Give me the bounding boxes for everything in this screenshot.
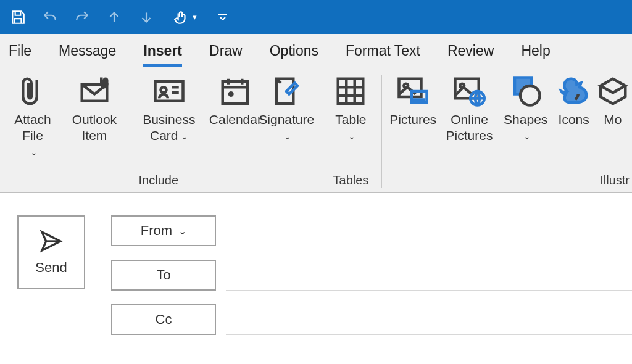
svg-rect-6 [223,81,248,104]
group-separator [381,75,382,188]
calendar-icon [218,75,252,108]
outlook-item-button[interactable]: Outlook Item [63,75,126,144]
chevron-down-icon: ⌄ [348,131,356,143]
arrow-down-icon [138,9,154,25]
business-card-button[interactable]: Business Card⌄ [130,75,209,144]
qat-overflow-button[interactable] [214,8,232,27]
table-button[interactable]: Table⌄ [328,75,373,144]
arrow-up-icon [106,9,122,25]
cc-button[interactable]: Cc [111,304,216,335]
title-bar: ▾ [0,0,632,34]
chevron-down-icon: ⌄ [284,131,291,143]
down-button[interactable] [137,8,156,27]
chevron-down-icon: ⌄ [178,225,186,237]
from-button[interactable]: From ⌄ [111,215,216,246]
to-field[interactable] [226,260,632,291]
chevron-down-icon: ⌄ [181,131,188,143]
send-button[interactable]: Send [17,215,85,289]
table-icon [334,75,367,108]
from-label: From [141,223,172,239]
save-icon [10,9,26,25]
envelope-clip-icon [78,75,111,108]
group-tables: Table⌄ Tables [322,71,379,192]
tab-review[interactable]: Review [447,43,494,63]
online-pictures-button[interactable]: Online Pictures [439,75,499,144]
cc-label: Cc [156,312,172,328]
shapes-icon [509,75,543,108]
from-field[interactable] [226,215,632,246]
signature-button[interactable]: Signature⌄ [262,75,311,144]
group-separator [320,75,320,188]
svg-point-10 [230,93,233,96]
signature-icon [270,75,303,108]
cube-icon [596,75,630,108]
undo-button[interactable] [41,8,59,27]
3d-models-button[interactable]: Mo [600,75,626,128]
send-label: Send [35,260,67,276]
attach-file-button[interactable]: Attach File⌄ [6,75,59,160]
shapes-button[interactable]: Shapes⌄ [504,75,548,144]
redo-button[interactable] [73,8,91,27]
pictures-button[interactable]: Pictures [391,75,435,128]
picture-icon [396,75,430,108]
svg-rect-11 [338,79,364,104]
group-label-illustrations: Illustr [385,171,632,192]
chevron-down-icon: ▾ [193,12,197,22]
group-include: Attach File⌄ Outlook Item Business Card⌄… [0,71,317,192]
compose-header: Send From ⌄ To Cc [0,193,632,335]
send-icon [39,229,64,254]
svg-point-3 [160,87,166,93]
tab-help[interactable]: Help [521,43,550,63]
tab-draw[interactable]: Draw [209,43,243,63]
chevron-down-icon: ⌄ [523,131,531,143]
tab-format-text[interactable]: Format Text [346,43,420,63]
calendar-button[interactable]: Calendar [212,75,259,128]
undo-icon [42,9,58,25]
tab-message[interactable]: Message [59,43,116,63]
ribbon: Attach File⌄ Outlook Item Business Card⌄… [0,71,632,193]
icons-button[interactable]: Icons [552,75,596,128]
group-label-include: Include [0,171,317,192]
group-illustrations: Pictures Online Pictures Shapes⌄ Icons M… [385,71,632,192]
svg-rect-19 [415,100,425,103]
to-label: To [156,267,170,283]
card-icon [152,75,186,108]
cc-field[interactable] [226,304,632,335]
group-label-tables: Tables [322,171,379,192]
to-button[interactable]: To [111,260,216,291]
online-picture-icon [452,75,486,108]
duck-icon [557,75,591,108]
touch-icon [173,9,189,25]
tab-insert[interactable]: Insert [143,43,182,63]
touch-mode-button[interactable]: ▾ [169,8,200,27]
ribbon-tabs: File Message Insert Draw Options Format … [0,34,632,71]
save-button[interactable] [9,8,27,27]
svg-marker-25 [601,79,626,93]
svg-point-24 [520,86,540,105]
overflow-icon [218,14,227,20]
up-button[interactable] [105,8,123,27]
chevron-down-icon: ⌄ [30,147,38,159]
tab-options[interactable]: Options [270,43,318,63]
tab-file[interactable]: File [9,43,31,63]
redo-icon [74,9,90,25]
paperclip-icon [16,75,49,108]
